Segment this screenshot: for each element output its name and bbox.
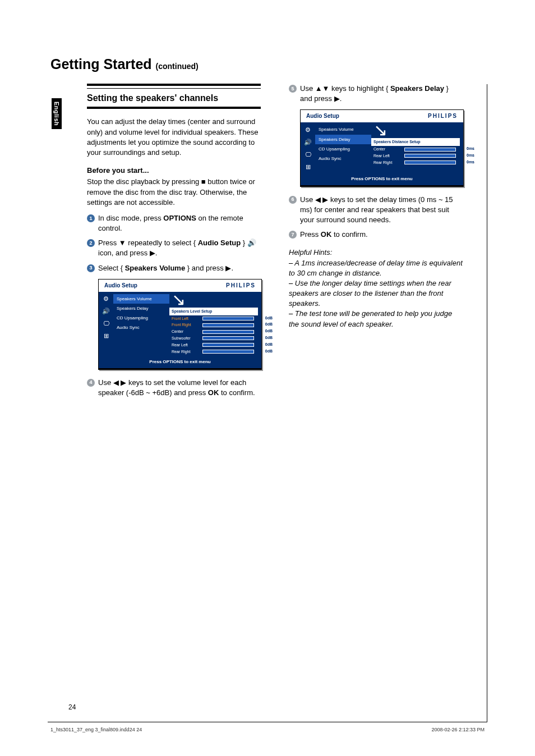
osd-menu-item: Speakers Volume xyxy=(113,294,169,304)
hints-block: Helpful Hints: – A 1ms increase/decrease… xyxy=(289,248,463,329)
hint-line: – Use the longer delay time settings whe… xyxy=(289,278,463,309)
osd-menu-item: CD Upsampling xyxy=(113,313,169,323)
osd-row: Center0dB xyxy=(169,328,258,335)
section-heading: Setting the speakers' channels xyxy=(87,84,261,109)
osd-icon-column: ⚙ 🔊 🖵 ⊞ xyxy=(301,122,315,174)
gear-icon: ⚙ xyxy=(304,126,312,134)
speaker-icon: 🔊 xyxy=(304,138,312,146)
before-heading: Before you start... xyxy=(87,166,261,176)
osd-right-panel: ↘ Speakers Level Setup Front Left0dBFron… xyxy=(169,292,261,358)
step-number-4: 4 xyxy=(87,379,95,387)
gear-icon: ⚙ xyxy=(102,295,110,303)
osd-row: Rear Left0ms xyxy=(371,153,460,159)
step-text: Select { Speakers Volume } and press ▶. xyxy=(98,263,261,273)
step-3: 3 Select { Speakers Volume } and press ▶… xyxy=(87,263,261,273)
step-number-5: 5 xyxy=(289,85,297,93)
osd-footer: Press OPTIONS to exit menu xyxy=(301,174,463,185)
step-text: Press OK to confirm. xyxy=(300,230,463,240)
osd-rows: Center0msRear Left0msRear Right0ms xyxy=(371,146,460,166)
osd-row: Subwoofer0dB xyxy=(169,335,258,342)
step-text: Use ◀ ▶ keys to set the volume level for… xyxy=(98,378,261,398)
osd-menu-list: Speakers Volume Speakers Delay CD Upsamp… xyxy=(315,122,371,174)
step-number-2: 2 xyxy=(87,239,95,247)
title-text: Getting Started xyxy=(50,56,152,72)
crop-mark xyxy=(48,722,487,722)
page-title: Getting Started (continued) xyxy=(50,56,490,72)
intro-paragraph: You can adjust the delay times (center a… xyxy=(87,117,261,158)
grid-icon: ⊞ xyxy=(304,163,312,171)
osd-subhead: Speakers Distance Setup xyxy=(371,138,460,146)
right-column: 5 Use ▲▼ keys to highlight { Speakers De… xyxy=(289,84,463,402)
step-number-3: 3 xyxy=(87,264,95,272)
osd-menu-item: Speakers Delay xyxy=(113,304,169,313)
left-column: Setting the speakers' channels You can a… xyxy=(87,84,261,402)
osd-menu-item: Audio Sync xyxy=(315,154,371,163)
arrow-icon: ↘ xyxy=(373,125,460,136)
osd-subhead: Speakers Level Setup xyxy=(169,308,258,315)
osd-menu-item: Speakers Delay xyxy=(315,135,371,144)
step-1: 1 In disc mode, press OPTIONS on the rem… xyxy=(87,213,261,233)
step-text: Use ◀ ▶ keys to set the delay times (0 m… xyxy=(300,195,463,226)
step-text: Use ▲▼ keys to highlight { Speakers Dela… xyxy=(300,84,463,104)
osd-menu-list: Speakers Volume Speakers Delay CD Upsamp… xyxy=(113,292,169,358)
language-tab: English xyxy=(52,98,62,129)
osd-title: Audio Setup xyxy=(104,282,137,290)
arrow-icon: ↘ xyxy=(172,294,258,305)
osd-menu-item: Speakers Volume xyxy=(315,125,371,134)
osd-footer: Press OPTIONS to exit menu xyxy=(99,357,261,368)
step-7: 7 Press OK to confirm. xyxy=(289,230,463,240)
crop-mark xyxy=(487,84,487,722)
hint-line: – A 1ms increase/decrease of delay time … xyxy=(289,258,463,278)
step-5: 5 Use ▲▼ keys to highlight { Speakers De… xyxy=(289,84,463,104)
osd-row: Rear Right0ms xyxy=(371,159,460,166)
step-number-7: 7 xyxy=(289,231,297,239)
monitor-icon: 🖵 xyxy=(304,150,312,158)
section-heading-text: Setting the speakers' channels xyxy=(87,88,261,104)
title-continued: (continued) xyxy=(156,62,199,71)
osd-brand: PHILIPS xyxy=(226,282,256,290)
step-4: 4 Use ◀ ▶ keys to set the volume level f… xyxy=(87,378,261,398)
osd-row: Front Left0dB xyxy=(169,315,258,322)
footer-filename: 1_hts3011_37_eng 3_final809.indd24 24 xyxy=(50,727,142,732)
osd-icon-column: ⚙ 🔊 🖵 ⊞ xyxy=(99,292,113,358)
osd-audio-setup-volume: Audio Setup PHILIPS ⚙ 🔊 🖵 ⊞ Speakers Vol… xyxy=(98,279,262,370)
before-paragraph: Stop the disc playback by pressing ■ but… xyxy=(87,177,261,208)
osd-brand: PHILIPS xyxy=(428,112,458,120)
monitor-icon: 🖵 xyxy=(102,320,110,328)
hints-heading: Helpful Hints: xyxy=(289,248,463,258)
footer-timestamp: 2008-02-26 2:12:33 PM xyxy=(431,727,485,732)
osd-title: Audio Setup xyxy=(306,112,339,120)
step-text: Press ▼ repeatedly to select { Audio Set… xyxy=(98,238,261,258)
step-6: 6 Use ◀ ▶ keys to set the delay times (0… xyxy=(289,195,463,226)
step-number-1: 1 xyxy=(87,214,95,222)
step-number-6: 6 xyxy=(289,196,297,204)
osd-row: Center0ms xyxy=(371,146,460,153)
osd-menu-item: Audio Sync xyxy=(113,323,169,332)
osd-rows: Front Left0dBFront Right0dBCenter0dBSubw… xyxy=(169,315,258,355)
page-number: 24 xyxy=(68,703,76,711)
grid-icon: ⊞ xyxy=(102,332,110,340)
osd-row: Front Right0dB xyxy=(169,322,258,328)
step-2: 2 Press ▼ repeatedly to select { Audio S… xyxy=(87,238,261,258)
osd-row: Rear Left0dB xyxy=(169,342,258,349)
hint-line: – The test tone will be generated to hel… xyxy=(289,309,463,329)
step-text: In disc mode, press OPTIONS on the remot… xyxy=(98,213,261,233)
osd-audio-setup-delay: Audio Setup PHILIPS ⚙ 🔊 🖵 ⊞ Speakers Vol… xyxy=(300,109,464,186)
speaker-icon: 🔊 xyxy=(102,308,110,315)
osd-right-panel: ↘ Speakers Distance Setup Center0msRear … xyxy=(371,122,463,174)
osd-row: Rear Right0dB xyxy=(169,349,258,355)
osd-menu-item: CD Upsampling xyxy=(315,144,371,154)
